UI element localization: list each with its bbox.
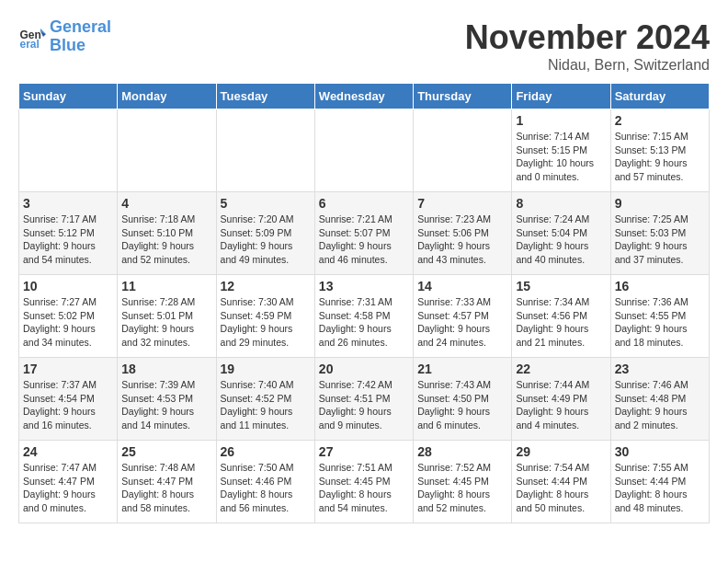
week-row-1: 1Sunrise: 7:14 AM Sunset: 5:15 PM Daylig… (19, 109, 710, 192)
day-info: Sunrise: 7:18 AM Sunset: 5:10 PM Dayligh… (121, 213, 211, 267)
calendar-cell (216, 109, 314, 192)
calendar-cell: 7Sunrise: 7:23 AM Sunset: 5:06 PM Daylig… (414, 192, 512, 275)
calendar-cell: 11Sunrise: 7:28 AM Sunset: 5:01 PM Dayli… (118, 275, 216, 358)
calendar-body: 1Sunrise: 7:14 AM Sunset: 5:15 PM Daylig… (19, 109, 710, 523)
calendar-cell: 21Sunrise: 7:43 AM Sunset: 4:50 PM Dayli… (414, 358, 512, 441)
day-info: Sunrise: 7:28 AM Sunset: 5:01 PM Dayligh… (121, 295, 211, 350)
day-number: 21 (417, 362, 507, 376)
column-header-thursday: Thursday (414, 84, 512, 109)
day-number: 3 (23, 196, 113, 211)
calendar-cell: 19Sunrise: 7:40 AM Sunset: 4:52 PM Dayli… (216, 358, 314, 441)
calendar-cell: 30Sunrise: 7:55 AM Sunset: 4:44 PM Dayli… (610, 441, 709, 523)
day-number: 12 (221, 279, 311, 293)
page-header: Gen eral General Blue November 2024 Nida… (18, 18, 710, 74)
calendar-cell: 18Sunrise: 7:39 AM Sunset: 4:53 PM Dayli… (118, 358, 216, 441)
day-info: Sunrise: 7:33 AM Sunset: 4:57 PM Dayligh… (417, 295, 507, 350)
day-number: 2 (615, 113, 705, 128)
day-info: Sunrise: 7:43 AM Sunset: 4:50 PM Dayligh… (417, 378, 507, 432)
day-info: Sunrise: 7:14 AM Sunset: 5:15 PM Dayligh… (516, 130, 606, 184)
logo-line2: Blue (50, 36, 85, 54)
day-info: Sunrise: 7:40 AM Sunset: 4:52 PM Dayligh… (221, 378, 311, 432)
day-info: Sunrise: 7:17 AM Sunset: 5:12 PM Dayligh… (23, 213, 113, 267)
week-row-2: 3Sunrise: 7:17 AM Sunset: 5:12 PM Daylig… (19, 192, 710, 275)
day-number: 1 (516, 113, 606, 128)
day-info: Sunrise: 7:36 AM Sunset: 4:55 PM Dayligh… (615, 295, 705, 350)
day-number: 28 (417, 444, 507, 459)
day-number: 19 (221, 362, 311, 376)
calendar-subtitle: Nidau, Bern, Switzerland (465, 57, 710, 74)
day-info: Sunrise: 7:30 AM Sunset: 4:59 PM Dayligh… (221, 295, 311, 350)
day-number: 13 (319, 279, 409, 293)
calendar-cell: 29Sunrise: 7:54 AM Sunset: 4:44 PM Dayli… (512, 441, 610, 523)
column-header-sunday: Sunday (19, 84, 118, 109)
calendar-cell: 2Sunrise: 7:15 AM Sunset: 5:13 PM Daylig… (610, 109, 709, 192)
calendar-cell: 13Sunrise: 7:31 AM Sunset: 4:58 PM Dayli… (314, 275, 413, 358)
day-info: Sunrise: 7:25 AM Sunset: 5:03 PM Dayligh… (615, 213, 705, 267)
logo: Gen eral General Blue (18, 18, 111, 55)
day-number: 8 (516, 196, 606, 211)
day-number: 27 (319, 444, 409, 459)
day-info: Sunrise: 7:46 AM Sunset: 4:48 PM Dayligh… (615, 378, 705, 432)
column-header-monday: Monday (118, 84, 216, 109)
day-number: 5 (221, 196, 311, 211)
calendar-cell: 23Sunrise: 7:46 AM Sunset: 4:48 PM Dayli… (610, 358, 709, 441)
calendar-cell: 14Sunrise: 7:33 AM Sunset: 4:57 PM Dayli… (414, 275, 512, 358)
calendar-cell: 26Sunrise: 7:50 AM Sunset: 4:46 PM Dayli… (216, 441, 314, 523)
calendar-cell: 15Sunrise: 7:34 AM Sunset: 4:56 PM Dayli… (512, 275, 610, 358)
calendar-cell: 1Sunrise: 7:14 AM Sunset: 5:15 PM Daylig… (512, 109, 610, 192)
day-info: Sunrise: 7:27 AM Sunset: 5:02 PM Dayligh… (23, 295, 113, 350)
day-number: 11 (121, 279, 211, 293)
day-info: Sunrise: 7:52 AM Sunset: 4:45 PM Dayligh… (417, 461, 507, 515)
calendar-cell: 24Sunrise: 7:47 AM Sunset: 4:47 PM Dayli… (19, 441, 118, 523)
day-info: Sunrise: 7:47 AM Sunset: 4:47 PM Dayligh… (23, 461, 113, 515)
calendar-cell (414, 109, 512, 192)
week-row-5: 24Sunrise: 7:47 AM Sunset: 4:47 PM Dayli… (19, 441, 710, 523)
day-number: 24 (23, 444, 113, 459)
day-number: 14 (417, 279, 507, 293)
day-info: Sunrise: 7:50 AM Sunset: 4:46 PM Dayligh… (221, 461, 311, 515)
day-number: 29 (516, 444, 606, 459)
column-header-saturday: Saturday (610, 84, 709, 109)
calendar-cell: 28Sunrise: 7:52 AM Sunset: 4:45 PM Dayli… (414, 441, 512, 523)
calendar-table: SundayMondayTuesdayWednesdayThursdayFrid… (18, 83, 710, 523)
week-row-4: 17Sunrise: 7:37 AM Sunset: 4:54 PM Dayli… (19, 358, 710, 441)
calendar-cell (19, 109, 118, 192)
day-number: 15 (516, 279, 606, 293)
day-info: Sunrise: 7:24 AM Sunset: 5:04 PM Dayligh… (516, 213, 606, 267)
day-number: 4 (121, 196, 211, 211)
day-number: 17 (23, 362, 113, 376)
calendar-cell: 5Sunrise: 7:20 AM Sunset: 5:09 PM Daylig… (216, 192, 314, 275)
day-info: Sunrise: 7:42 AM Sunset: 4:51 PM Dayligh… (319, 378, 409, 432)
day-info: Sunrise: 7:48 AM Sunset: 4:47 PM Dayligh… (121, 461, 211, 515)
calendar-cell: 8Sunrise: 7:24 AM Sunset: 5:04 PM Daylig… (512, 192, 610, 275)
day-number: 23 (615, 362, 705, 376)
day-number: 18 (121, 362, 211, 376)
calendar-cell (118, 109, 216, 192)
day-number: 6 (319, 196, 409, 211)
title-block: November 2024 Nidau, Bern, Switzerland (465, 18, 710, 74)
day-number: 25 (121, 444, 211, 459)
day-info: Sunrise: 7:51 AM Sunset: 4:45 PM Dayligh… (319, 461, 409, 515)
calendar-title: November 2024 (465, 18, 710, 57)
column-header-wednesday: Wednesday (314, 84, 413, 109)
day-info: Sunrise: 7:20 AM Sunset: 5:09 PM Dayligh… (221, 213, 311, 267)
header-row: SundayMondayTuesdayWednesdayThursdayFrid… (19, 84, 710, 109)
calendar-header: SundayMondayTuesdayWednesdayThursdayFrid… (19, 84, 710, 109)
day-info: Sunrise: 7:34 AM Sunset: 4:56 PM Dayligh… (516, 295, 606, 350)
day-info: Sunrise: 7:54 AM Sunset: 4:44 PM Dayligh… (516, 461, 606, 515)
calendar-cell: 9Sunrise: 7:25 AM Sunset: 5:03 PM Daylig… (610, 192, 709, 275)
day-info: Sunrise: 7:15 AM Sunset: 5:13 PM Dayligh… (615, 130, 705, 184)
logo-text: General Blue (50, 18, 111, 55)
calendar-cell: 4Sunrise: 7:18 AM Sunset: 5:10 PM Daylig… (118, 192, 216, 275)
day-info: Sunrise: 7:39 AM Sunset: 4:53 PM Dayligh… (121, 378, 211, 432)
column-header-friday: Friday (512, 84, 610, 109)
day-number: 20 (319, 362, 409, 376)
day-number: 30 (615, 444, 705, 459)
day-number: 16 (615, 279, 705, 293)
logo-icon: Gen eral (18, 23, 46, 51)
day-number: 22 (516, 362, 606, 376)
calendar-cell: 10Sunrise: 7:27 AM Sunset: 5:02 PM Dayli… (19, 275, 118, 358)
svg-text:eral: eral (20, 38, 40, 51)
calendar-cell: 17Sunrise: 7:37 AM Sunset: 4:54 PM Dayli… (19, 358, 118, 441)
calendar-cell: 12Sunrise: 7:30 AM Sunset: 4:59 PM Dayli… (216, 275, 314, 358)
